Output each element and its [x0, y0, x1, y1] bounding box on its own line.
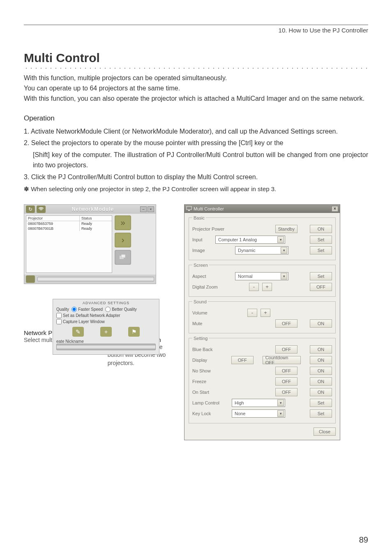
adv-btn-left[interactable]: ✎	[72, 327, 84, 337]
display-on-button[interactable]: ON	[310, 356, 332, 364]
legend-setting: Setting	[192, 336, 209, 341]
projector-list[interactable]: Projector Status 08007B653759 Ready 0800…	[26, 215, 112, 273]
lbl-projector-power: Projector Power	[192, 226, 228, 231]
freeze-on-button[interactable]: ON	[310, 377, 332, 386]
volume-minus-button[interactable]: -	[247, 309, 257, 317]
proj-row-1-id[interactable]: 08007B653759	[26, 221, 80, 226]
chevron-down-icon: ▾	[281, 247, 287, 254]
image-select-value: Dynamic	[238, 248, 256, 253]
step-1: 1. Activate NetworkModule Client (or Net…	[24, 127, 368, 137]
lamp-select-value: High	[235, 400, 244, 405]
onstart-off-button[interactable]: OFF	[275, 388, 297, 396]
nm-title: NetworkModule	[46, 206, 140, 212]
intro-para-1: With this function, multiple projectors …	[24, 73, 368, 83]
close-button[interactable]: Close	[314, 428, 336, 436]
adv-btn-add[interactable]: +	[100, 327, 112, 337]
legend-screen: Screen	[192, 263, 209, 268]
proj-row-2-id[interactable]: 08007B67001B	[26, 226, 80, 231]
radio-better-quality[interactable]: Better Quality	[105, 307, 137, 312]
lamp-select[interactable]: High ▾	[232, 399, 285, 407]
aspect-select-value: Normal	[238, 274, 252, 279]
character-icon	[26, 275, 35, 283]
step-3: 3. Click the PJ Controller/Multi Control…	[24, 172, 368, 183]
input-select[interactable]: Computer 1 Analog ▾	[215, 236, 285, 244]
lbl-volume: Volume	[192, 310, 217, 315]
chapter-header: 10. How to Use the PJ Controller	[24, 27, 368, 34]
fast-forward-icon[interactable]: »	[115, 215, 131, 230]
play-icon[interactable]: ›	[115, 233, 131, 247]
networkmodule-panel: ↻ NetworkModule – × Projector	[24, 204, 156, 284]
group-screen: Screen Aspect Normal ▾ Set Digital Zoom …	[189, 263, 336, 297]
lbl-lamp-control: Lamp Control	[192, 400, 228, 405]
lbl-image: Image	[192, 248, 212, 253]
display-off-button[interactable]: OFF	[231, 356, 254, 364]
image-select[interactable]: Dynamic ▾	[235, 246, 288, 254]
group-sound: Sound Volume - + Mute OFF ON	[189, 299, 336, 333]
nickname-input[interactable]	[56, 344, 156, 350]
note-line: ✽ When selecting only one projector in s…	[24, 184, 368, 194]
lamp-set-button[interactable]: Set	[310, 399, 332, 407]
chevron-down-icon: ▾	[277, 400, 284, 406]
zoom-off-button[interactable]: OFF	[310, 283, 332, 291]
onstart-on-button[interactable]: ON	[310, 388, 332, 396]
chk-capture-layer[interactable]: Capture Layer Window	[56, 319, 105, 324]
zoom-plus-button[interactable]: +	[262, 283, 272, 291]
countdown-off-button[interactable]: Countdown OFF	[263, 356, 301, 364]
aspect-set-button[interactable]: Set	[310, 272, 332, 280]
keylock-set-button[interactable]: Set	[310, 409, 332, 418]
keylock-select[interactable]: None ▾	[232, 409, 285, 418]
proj-row-1-status: Ready	[80, 221, 112, 226]
standby-button[interactable]: Standby	[275, 225, 297, 233]
proj-row-2-status: Ready	[80, 226, 112, 231]
lbl-no-show: No Show	[192, 368, 228, 373]
svg-rect-2	[187, 206, 191, 210]
section-title: Multi Control	[24, 51, 368, 65]
svg-rect-3	[188, 210, 190, 211]
blueback-off-button[interactable]: OFF	[275, 345, 297, 354]
power-on-button[interactable]: ON	[310, 225, 332, 233]
radio-faster-speed[interactable]: Faster Speed	[71, 307, 103, 312]
nickname-label: eate Nickname	[56, 339, 84, 344]
input-select-value: Computer 1 Analog	[218, 237, 257, 242]
step-2-line1: 2. Select the projectors to operate by t…	[24, 138, 368, 148]
chevron-down-icon: ▾	[281, 273, 287, 280]
refresh-icon[interactable]: ↻	[26, 206, 35, 213]
page-number: 89	[359, 535, 368, 545]
keylock-select-value: None	[235, 411, 245, 416]
step-2-line2: [Shift] key of the computer. The illustr…	[24, 150, 368, 171]
dotted-rule	[24, 66, 368, 70]
intro-para-2: You can operate up to 64 projectors at t…	[24, 83, 368, 93]
chevron-down-icon: ▾	[277, 410, 284, 417]
pj-controller-icon[interactable]	[115, 250, 131, 265]
group-basic: Basic Projector Power Standby ON Input C…	[189, 215, 336, 260]
multi-controller-window: Multi Controller × Basic Projector Power…	[184, 204, 340, 440]
lbl-blue-back: Blue Back	[192, 347, 228, 352]
intro-para-3: With this function, you can also operate…	[24, 94, 368, 103]
operation-heading: Operation	[24, 114, 368, 122]
mute-off-button[interactable]: OFF	[275, 319, 297, 328]
legend-sound: Sound	[192, 299, 208, 304]
mc-title: Multi Controller	[194, 206, 224, 211]
chevron-down-icon: ▾	[277, 236, 284, 243]
close-icon[interactable]: ×	[148, 206, 154, 212]
wifi-icon[interactable]	[37, 206, 46, 213]
freeze-off-button[interactable]: OFF	[275, 377, 297, 386]
image-set-button[interactable]: Set	[310, 246, 332, 254]
lbl-freeze: Freeze	[192, 379, 228, 384]
lbl-mute: Mute	[192, 321, 217, 326]
close-icon[interactable]: ×	[332, 206, 338, 212]
input-set-button[interactable]: Set	[310, 236, 332, 244]
lbl-display: Display	[192, 358, 217, 363]
col-projector: Projector	[26, 216, 80, 221]
volume-plus-button[interactable]: +	[261, 309, 270, 317]
blueback-on-button[interactable]: ON	[310, 345, 332, 354]
aspect-select[interactable]: Normal ▾	[235, 272, 288, 280]
chk-default-adapter[interactable]: Set as Default Network Adapter	[56, 313, 120, 318]
noshow-off-button[interactable]: OFF	[275, 367, 297, 375]
adv-settings-heading: ADVANCED SETTINGS	[56, 301, 156, 305]
mute-on-button[interactable]: ON	[310, 319, 332, 328]
noshow-on-button[interactable]: ON	[310, 367, 332, 375]
minimize-icon[interactable]: –	[140, 206, 147, 212]
adv-btn-right[interactable]: ⚑	[128, 327, 140, 337]
zoom-minus-button[interactable]: -	[249, 283, 259, 291]
